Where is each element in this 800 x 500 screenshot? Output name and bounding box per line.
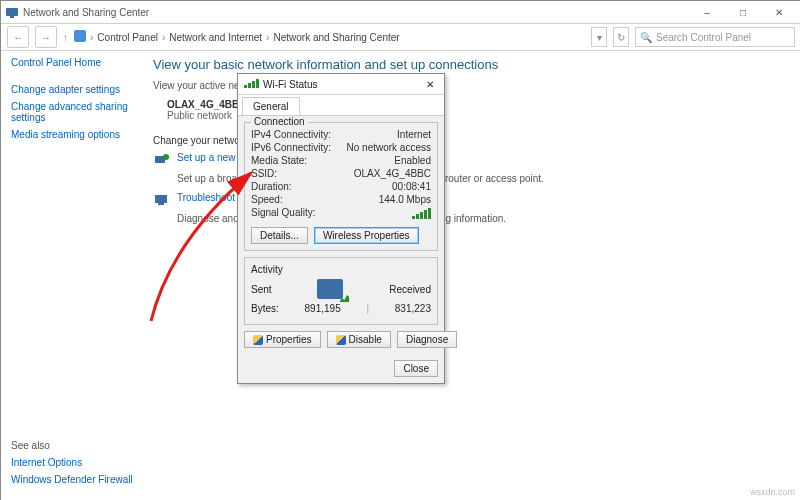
control-panel-window: Network and Sharing Center – □ ✕ ← → ↑ ›…	[0, 0, 800, 500]
chevron-right-icon: ›	[162, 32, 165, 43]
sidebar-link-media[interactable]: Media streaming options	[11, 129, 133, 140]
up-button[interactable]: ↑	[63, 32, 68, 43]
ssid-value: OLAX_4G_4BBC	[354, 168, 431, 179]
control-panel-icon	[74, 30, 86, 44]
disable-button[interactable]: Disable	[327, 331, 391, 348]
ipv6-label: IPv6 Connectivity:	[251, 142, 347, 153]
speed-value: 144.0 Mbps	[379, 194, 431, 205]
titlebar: Network and Sharing Center – □ ✕	[1, 1, 800, 24]
refresh-button[interactable]: ↻	[613, 27, 629, 47]
connection-group: Connection IPv4 Connectivity:Internet IP…	[244, 122, 438, 251]
svg-rect-1	[10, 16, 14, 18]
dialog-title: Wi-Fi Status	[263, 79, 422, 90]
dialog-tabs: General	[238, 95, 444, 116]
details-button[interactable]: Details...	[251, 227, 308, 244]
see-also-internet-options[interactable]: Internet Options	[11, 457, 133, 468]
dialog-titlebar: Wi-Fi Status ✕	[238, 74, 444, 95]
crumb-network-sharing[interactable]: Network and Sharing Center	[273, 32, 399, 43]
sidebar-link-sharing[interactable]: Change advanced sharing settings	[11, 101, 133, 123]
activity-icon	[317, 279, 343, 299]
signal-label: Signal Quality:	[251, 207, 412, 221]
wifi-status-dialog: Wi-Fi Status ✕ General Connection IPv4 C…	[237, 73, 445, 384]
dialog-close-button[interactable]: ✕	[422, 79, 438, 90]
wireless-properties-button[interactable]: Wireless Properties	[314, 227, 419, 244]
breadcrumb[interactable]: › Control Panel › Network and Internet ›…	[74, 30, 400, 44]
page-title: View your basic network information and …	[153, 57, 791, 72]
back-button[interactable]: ←	[7, 26, 29, 48]
properties-button[interactable]: Properties	[244, 331, 321, 348]
chevron-right-icon: ›	[90, 32, 93, 43]
see-also-firewall[interactable]: Windows Defender Firewall	[11, 474, 133, 485]
duration-label: Duration:	[251, 181, 392, 192]
close-window-button[interactable]: ✕	[761, 2, 797, 22]
svg-rect-5	[155, 195, 167, 203]
tab-general[interactable]: General	[242, 97, 300, 115]
received-bytes-value: 831,223	[395, 303, 431, 314]
activity-group-title: Activity	[251, 264, 283, 275]
chevron-right-icon: ›	[266, 32, 269, 43]
svg-point-4	[163, 154, 169, 160]
wifi-icon	[244, 78, 259, 90]
sent-bytes-value: 891,195	[305, 303, 341, 314]
sidebar: Control Panel Home Change adapter settin…	[1, 51, 143, 500]
network-center-icon	[5, 5, 19, 19]
toolbar: ← → ↑ › Control Panel › Network and Inte…	[1, 24, 800, 51]
diagnose-button[interactable]: Diagnose	[397, 331, 457, 348]
search-icon: 🔍	[640, 32, 652, 43]
svg-rect-0	[6, 8, 18, 16]
media-state-label: Media State:	[251, 155, 394, 166]
maximize-button[interactable]: □	[725, 2, 761, 22]
connection-group-title: Connection	[251, 116, 308, 127]
duration-value: 00:08:41	[392, 181, 431, 192]
setup-connection-icon	[153, 152, 171, 170]
ipv4-label: IPv4 Connectivity:	[251, 129, 397, 140]
crumb-network-internet[interactable]: Network and Internet	[169, 32, 262, 43]
search-input[interactable]: 🔍 Search Control Panel	[635, 27, 795, 47]
close-button[interactable]: Close	[394, 360, 438, 377]
bytes-label: Bytes:	[251, 303, 279, 314]
ipv6-value: No network access	[347, 142, 431, 153]
watermark: wsxdn.com	[750, 487, 795, 497]
shield-icon	[336, 335, 346, 345]
dialog-footer: Close	[238, 354, 444, 383]
breadcrumb-dropdown[interactable]: ▾	[591, 27, 607, 47]
received-label: Received	[389, 284, 431, 295]
signal-bars-icon	[412, 207, 431, 221]
sidebar-link-adapter[interactable]: Change adapter settings	[11, 84, 133, 95]
svg-rect-2	[74, 30, 86, 42]
speed-label: Speed:	[251, 194, 379, 205]
search-placeholder: Search Control Panel	[656, 32, 751, 43]
minimize-button[interactable]: –	[689, 2, 725, 22]
sent-label: Sent	[251, 284, 272, 295]
ipv4-value: Internet	[397, 129, 431, 140]
shield-icon	[253, 335, 263, 345]
window-title: Network and Sharing Center	[23, 7, 689, 18]
see-also-section: See also Internet Options Windows Defend…	[11, 440, 133, 491]
forward-button[interactable]: →	[35, 26, 57, 48]
media-state-value: Enabled	[394, 155, 431, 166]
svg-rect-6	[158, 203, 164, 205]
ssid-label: SSID:	[251, 168, 354, 179]
activity-group: Activity Sent Received Bytes: 891,195 | …	[244, 257, 438, 325]
troubleshoot-icon	[153, 192, 171, 210]
crumb-control-panel[interactable]: Control Panel	[97, 32, 158, 43]
control-panel-home-link[interactable]: Control Panel Home	[11, 57, 133, 68]
see-also-title: See also	[11, 440, 133, 451]
